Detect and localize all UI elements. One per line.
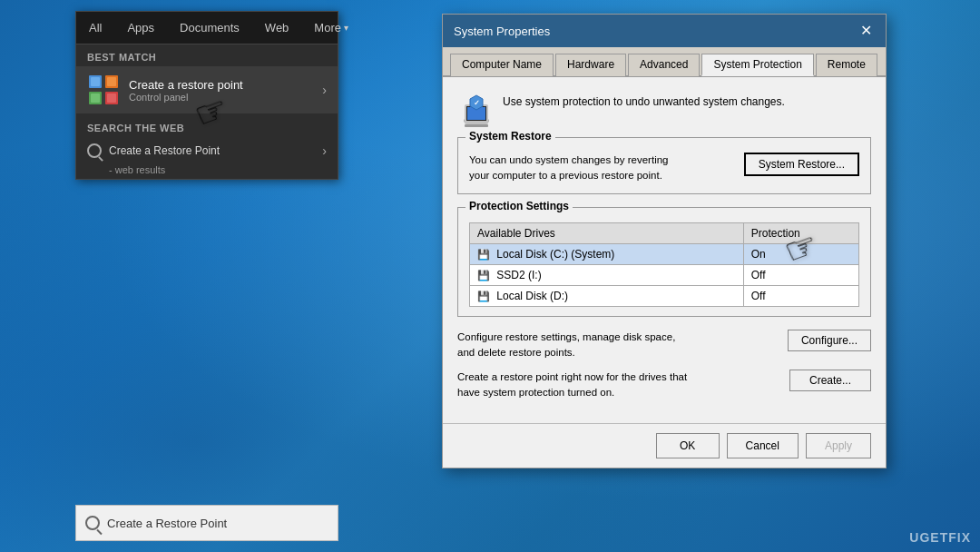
drive-d-name: 💾 Local Disk (D:)	[470, 285, 744, 306]
search-circle-icon	[87, 143, 102, 158]
info-row: ✓ Use system protection to undo unwanted…	[457, 90, 871, 123]
tab-more[interactable]: More ▾	[301, 12, 361, 44]
drive-c-name: 💾 Local Disk (C:) (System)	[470, 243, 744, 264]
web-search-text: Create a Restore Point	[109, 144, 220, 157]
drive-c-icon: 💾	[477, 249, 490, 261]
ok-button[interactable]: OK	[656, 433, 720, 458]
dialog-close-button[interactable]: ✕	[857, 22, 875, 40]
search-bar[interactable]	[75, 505, 338, 541]
result-arrow-icon: ›	[322, 83, 327, 97]
svg-rect-12	[465, 124, 488, 127]
drive-d-protection: Off	[743, 285, 858, 306]
dialog-title: System Properties	[454, 25, 550, 38]
dialog-footer: OK Cancel Apply	[443, 423, 886, 468]
system-properties-dialog: System Properties ✕ Computer Name Hardwa…	[442, 14, 887, 468]
more-arrow-icon: ▾	[344, 23, 348, 33]
svg-rect-7	[107, 94, 116, 103]
drive-i-name: 💾 SSD2 (I:)	[470, 264, 744, 285]
drive-i-icon: 💾	[477, 270, 490, 281]
configure-row: Configure restore settings, manage disk …	[457, 330, 871, 361]
tab-computer-name[interactable]: Computer Name	[450, 54, 554, 76]
search-input[interactable]	[107, 517, 328, 530]
system-restore-body: You can undo system changes by reverting…	[469, 153, 859, 184]
system-restore-title: System Restore	[466, 130, 555, 143]
drive-row-d[interactable]: 💾 Local Disk (D:) Off	[470, 285, 859, 306]
watermark: UGETFIX	[909, 530, 971, 545]
tab-advanced[interactable]: Advanced	[628, 54, 700, 76]
system-protection-icon: ✓	[457, 90, 490, 123]
svg-rect-5	[107, 77, 116, 86]
dialog-titlebar: System Properties ✕	[443, 15, 886, 47]
control-panel-icon	[87, 74, 120, 106]
tab-hardware[interactable]: Hardware	[555, 54, 626, 76]
tab-remote[interactable]: Remote	[816, 54, 877, 76]
drive-d-icon: 💾	[477, 291, 490, 302]
tab-apps[interactable]: Apps	[114, 12, 167, 44]
col-drives: Available Drives	[470, 222, 744, 243]
svg-rect-6	[91, 94, 100, 103]
best-match-label: Best match	[76, 44, 338, 66]
apply-button[interactable]: Apply	[806, 433, 871, 458]
result-title: Create a restore point	[129, 78, 313, 92]
system-restore-section: System Restore You can undo system chang…	[457, 137, 871, 194]
tab-documents[interactable]: Documents	[167, 12, 252, 44]
create-row: Create a restore point right now for the…	[457, 370, 871, 401]
configure-button[interactable]: Configure...	[788, 330, 871, 351]
create-desc: Create a restore point right now for the…	[457, 370, 780, 401]
info-text: Use system protection to undo unwanted s…	[503, 90, 785, 110]
start-menu-tabs: All Apps Documents Web More ▾	[76, 12, 338, 44]
protection-settings-title: Protection Settings	[466, 200, 573, 212]
tab-web[interactable]: Web	[252, 12, 302, 44]
tab-system-protection[interactable]: System Protection	[701, 54, 813, 76]
configure-desc: Configure restore settings, manage disk …	[457, 330, 779, 361]
svg-rect-4	[91, 77, 100, 86]
system-restore-desc: You can undo system changes by reverting…	[469, 153, 735, 184]
dialog-tabs: Computer Name Hardware Advanced System P…	[443, 47, 886, 77]
web-search-arrow-icon: ›	[322, 143, 327, 158]
system-restore-button[interactable]: System Restore...	[744, 153, 859, 176]
create-button[interactable]: Create...	[789, 370, 871, 391]
cancel-button[interactable]: Cancel	[727, 433, 799, 458]
web-results-text: - web results	[87, 163, 327, 175]
search-bar-icon	[85, 516, 100, 530]
web-search-item[interactable]: Create a Restore Point ›	[87, 139, 327, 163]
tab-all[interactable]: All	[76, 12, 114, 44]
svg-text:✓: ✓	[474, 99, 480, 107]
